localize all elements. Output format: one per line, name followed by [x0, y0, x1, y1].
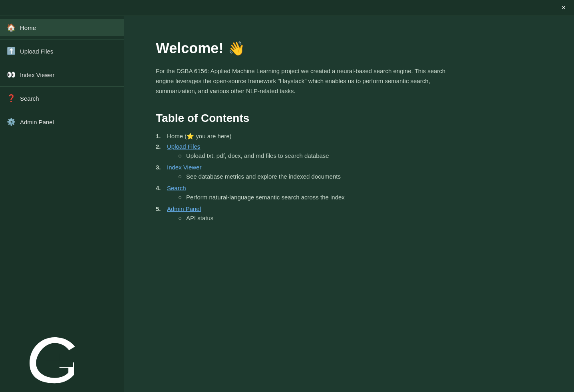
toc-sub-item-2-1: ○ Upload txt, pdf, docx, and md files to…	[178, 152, 329, 159]
sub-bullet: ○	[178, 152, 186, 159]
sidebar-item-index-label: Index Viewer	[20, 72, 54, 78]
uncc-logo-svg: UNIVERSITY OF NORTH CAROLINA CHARLOTTE	[26, 334, 98, 384]
toc-link-index-viewer[interactable]: Index Viewer	[167, 164, 201, 171]
sidebar-item-index-viewer[interactable]: 👀 Index Viewer	[0, 66, 124, 83]
sidebar-item-search-label: Search	[20, 95, 39, 102]
toc-item-1: 1. Home (⭐ you are here)	[156, 133, 542, 140]
sidebar-item-upload-files[interactable]: ⬆️ Upload Files	[0, 43, 124, 60]
toc-sub-2: ○ Upload txt, pdf, docx, and md files to…	[178, 152, 329, 159]
welcome-title-text: Welcome!	[156, 40, 223, 57]
sidebar: 🏠 Home ⬆️ Upload Files 👀 Index Viewer ❓ …	[0, 16, 124, 392]
toc-sub-item-3-1: ○ See database metrics and explore the i…	[178, 173, 341, 180]
welcome-title: Welcome! 👋	[156, 40, 542, 57]
toc-item-5: 5. Admin Panel ○ API status	[156, 205, 542, 223]
index-viewer-icon: 👀	[6, 70, 16, 79]
sidebar-item-upload-label: Upload Files	[20, 48, 53, 55]
sub-bullet: ○	[178, 194, 186, 201]
sidebar-item-admin-label: Admin Panel	[20, 119, 54, 125]
nav-list: 🏠 Home ⬆️ Upload Files 👀 Index Viewer ❓ …	[0, 16, 124, 133]
toc-number-4: 4.	[156, 185, 167, 191]
sidebar-item-admin-panel[interactable]: ⚙️ Admin Panel	[0, 113, 124, 130]
sub-bullet: ○	[178, 215, 186, 221]
toc-sub-5: ○ API status	[178, 215, 213, 221]
toc-sub-item-4-1: ○ Perform natural-language semantic sear…	[178, 194, 345, 201]
sidebar-item-search[interactable]: ❓ Search	[0, 90, 124, 107]
toc-link-upload-files[interactable]: Upload Files	[167, 143, 200, 150]
toc-item-3: 3. Index Viewer ○ See database metrics a…	[156, 164, 542, 181]
toc-sub-3: ○ See database metrics and explore the i…	[178, 173, 341, 180]
toc-link-admin-panel[interactable]: Admin Panel	[167, 205, 201, 212]
toc-number-3: 3.	[156, 164, 167, 171]
divider-3	[0, 86, 124, 87]
close-button[interactable]: ×	[558, 2, 569, 14]
logo-container: UNIVERSITY OF NORTH CAROLINA CHARLOTTE	[26, 334, 98, 384]
upload-icon: ⬆️	[6, 47, 16, 56]
toc-sub-text-5-1: API status	[186, 215, 213, 221]
search-icon: ❓	[6, 94, 16, 103]
toc-item-home-label: Home (⭐ you are here)	[167, 133, 232, 139]
top-bar: ×	[0, 0, 574, 16]
toc-item-2: 2. Upload Files ○ Upload txt, pdf, docx,…	[156, 143, 542, 161]
toc-number-2: 2.	[156, 143, 167, 150]
toc-sub-text-2-1: Upload txt, pdf, docx, and md files to s…	[186, 152, 329, 159]
intro-paragraph: For the DSBA 6156: Applied Machine Learn…	[156, 66, 459, 96]
divider-4	[0, 110, 124, 110]
toc-link-search[interactable]: Search	[167, 185, 186, 191]
sidebar-item-home-label: Home	[20, 24, 36, 31]
welcome-emoji: 👋	[228, 40, 245, 56]
home-icon: 🏠	[6, 23, 16, 32]
toc-title: Table of Contents	[156, 112, 542, 125]
toc-sub-text-3-1: See database metrics and explore the ind…	[186, 173, 341, 180]
toc-number-5: 5.	[156, 205, 167, 212]
close-icon: ×	[562, 4, 566, 12]
logo-section: UNIVERSITY OF NORTH CAROLINA CHARLOTTE	[0, 326, 124, 392]
sub-bullet: ○	[178, 173, 186, 180]
toc-number-1: 1.	[156, 133, 167, 139]
toc-sub-item-5-1: ○ API status	[178, 215, 213, 221]
toc-item-4: 4. Search ○ Perform natural-language sem…	[156, 185, 542, 202]
app-container: 🏠 Home ⬆️ Upload Files 👀 Index Viewer ❓ …	[0, 16, 574, 392]
divider-2	[0, 63, 124, 63]
toc-sub-4: ○ Perform natural-language semantic sear…	[178, 194, 345, 201]
admin-icon: ⚙️	[6, 117, 16, 126]
sidebar-item-home[interactable]: 🏠 Home	[0, 19, 124, 36]
divider-1	[0, 39, 124, 40]
toc-list: 1. Home (⭐ you are here) 2. Upload Files…	[156, 133, 542, 223]
toc-sub-text-4-1: Perform natural-language semantic search…	[186, 194, 345, 201]
main-content: Welcome! 👋 For the DSBA 6156: Applied Ma…	[124, 16, 574, 392]
